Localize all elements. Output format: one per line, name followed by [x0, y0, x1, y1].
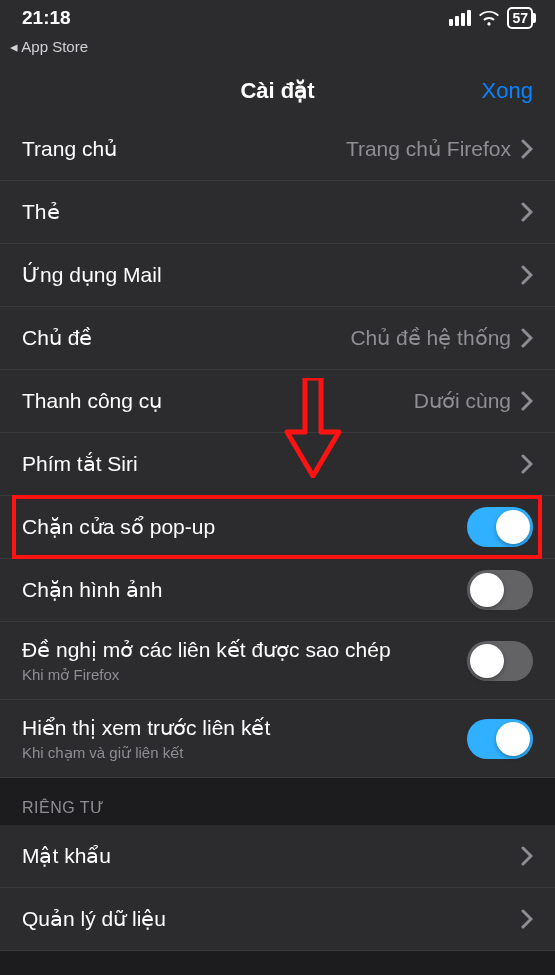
- chevron-right-icon: [521, 265, 533, 285]
- status-time: 21:18: [22, 7, 71, 29]
- row-sublabel: Khi mở Firefox: [22, 666, 391, 684]
- toggle-link-preview[interactable]: [467, 719, 533, 759]
- row-value: Dưới cùng: [414, 389, 511, 413]
- chevron-right-icon: [521, 454, 533, 474]
- row-data-management[interactable]: Quản lý dữ liệu: [0, 888, 555, 951]
- toggle-open-copied-links[interactable]: [467, 641, 533, 681]
- page-title: Cài đặt: [240, 78, 314, 104]
- row-sublabel: Khi chạm và giữ liên kết: [22, 744, 270, 762]
- row-label: Phím tắt Siri: [22, 452, 138, 476]
- row-siri-shortcuts[interactable]: Phím tắt Siri: [0, 433, 555, 496]
- row-label: Chặn cửa sổ pop-up: [22, 515, 215, 539]
- chevron-right-icon: [521, 139, 533, 159]
- row-label: Mật khẩu: [22, 844, 111, 868]
- row-value: Chủ đề hệ thống: [350, 326, 511, 350]
- chevron-right-icon: [521, 202, 533, 222]
- row-open-copied-links: Đề nghị mở các liên kết được sao chép Kh…: [0, 622, 555, 700]
- cellular-icon: [449, 10, 471, 26]
- row-label: Đề nghị mở các liên kết được sao chép: [22, 638, 391, 662]
- row-homepage[interactable]: Trang chủ Trang chủ Firefox: [0, 118, 555, 181]
- row-label: Chủ đề: [22, 326, 92, 350]
- row-label: Trang chủ: [22, 137, 117, 161]
- row-label: Ứng dụng Mail: [22, 263, 162, 287]
- row-link-preview: Hiển thị xem trước liên kết Khi chạm và …: [0, 700, 555, 778]
- row-block-popups: Chặn cửa sổ pop-up: [0, 496, 555, 559]
- row-label: Thẻ: [22, 200, 60, 224]
- status-bar: 21:18 57: [0, 0, 555, 36]
- wifi-icon: [479, 10, 499, 26]
- chevron-right-icon: [521, 846, 533, 866]
- row-label: Thanh công cụ: [22, 389, 162, 413]
- toggle-block-images[interactable]: [467, 570, 533, 610]
- row-label: Hiển thị xem trước liên kết: [22, 716, 270, 740]
- row-mail-app[interactable]: Ứng dụng Mail: [0, 244, 555, 307]
- row-value: Trang chủ Firefox: [346, 137, 511, 161]
- back-to-app-link[interactable]: ◂ App Store: [0, 36, 555, 64]
- row-toolbar[interactable]: Thanh công cụ Dưới cùng: [0, 370, 555, 433]
- row-label: Chặn hình ảnh: [22, 578, 162, 602]
- row-label: Quản lý dữ liệu: [22, 907, 166, 931]
- chevron-right-icon: [521, 391, 533, 411]
- navigation-header: Cài đặt Xong: [0, 64, 555, 118]
- row-passwords[interactable]: Mật khẩu: [0, 825, 555, 888]
- battery-icon: 57: [507, 7, 533, 29]
- chevron-right-icon: [521, 328, 533, 348]
- row-tabs[interactable]: Thẻ: [0, 181, 555, 244]
- toggle-block-popups[interactable]: [467, 507, 533, 547]
- settings-list: Trang chủ Trang chủ Firefox Thẻ Ứng dụng…: [0, 118, 555, 951]
- status-indicators: 57: [449, 7, 533, 29]
- chevron-right-icon: [521, 909, 533, 929]
- section-header-privacy: RIÊNG TƯ: [0, 778, 555, 825]
- done-button[interactable]: Xong: [482, 78, 533, 104]
- row-block-images: Chặn hình ảnh: [0, 559, 555, 622]
- row-theme[interactable]: Chủ đề Chủ đề hệ thống: [0, 307, 555, 370]
